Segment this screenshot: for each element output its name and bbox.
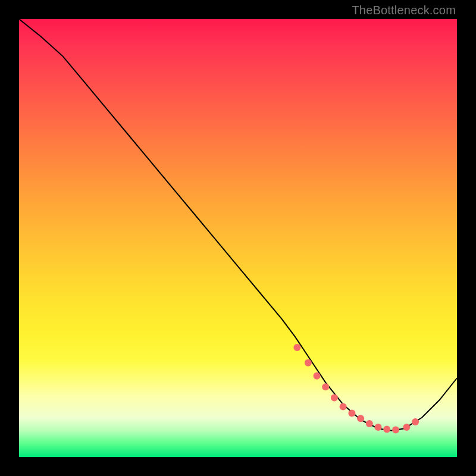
watermark-text: TheBottleneck.com <box>352 4 456 17</box>
curve-marker-dot <box>314 372 321 380</box>
curve-marker-dot <box>375 424 382 431</box>
curve-markers <box>293 344 419 433</box>
curve-marker-dot <box>348 409 355 416</box>
curve-marker-dot <box>293 344 300 351</box>
curve-marker-dot <box>357 415 364 422</box>
chart-frame: TheBottleneck.com <box>0 0 476 476</box>
curve-marker-dot <box>305 359 312 367</box>
curve-marker-dot <box>322 383 329 390</box>
curve-marker-dot <box>331 394 338 402</box>
curve-marker-dot <box>403 424 410 431</box>
curve-marker-dot <box>340 403 347 410</box>
curve-marker-dot <box>366 420 373 427</box>
curve-marker-dot <box>383 426 390 433</box>
chart-svg <box>19 19 457 457</box>
bottleneck-curve <box>19 19 457 431</box>
curve-marker-dot <box>392 426 399 433</box>
curve-marker-dot <box>412 418 419 425</box>
